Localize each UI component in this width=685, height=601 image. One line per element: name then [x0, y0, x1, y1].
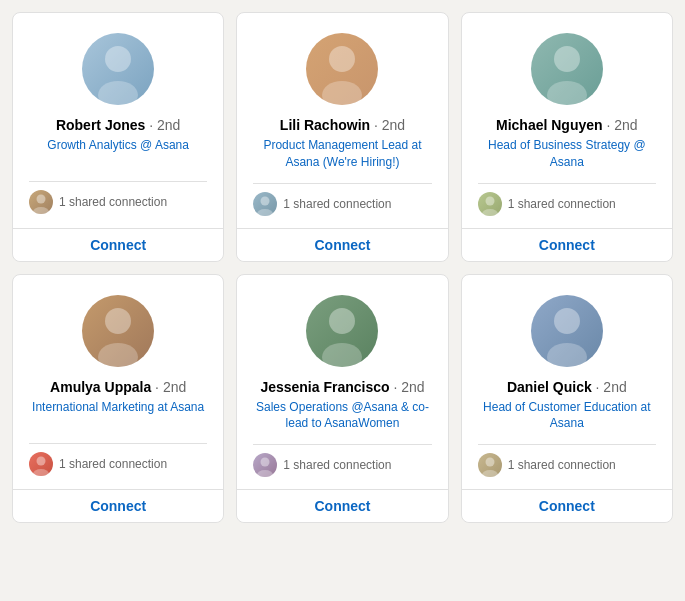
svg-point-15 — [33, 469, 49, 476]
shared-connection-text: 1 shared connection — [283, 458, 391, 472]
svg-point-2 — [37, 195, 46, 204]
shared-connection-text: 1 shared connection — [59, 195, 167, 209]
card-lili-rachowin: Lili Rachowin · 2nd Product Management L… — [236, 12, 448, 262]
svg-point-3 — [33, 207, 49, 214]
svg-point-16 — [329, 308, 355, 334]
degree-badge: · 2nd — [393, 379, 424, 395]
shared-avatar-svg — [478, 453, 502, 477]
person-name: Jessenia Francisco · 2nd — [260, 379, 424, 395]
svg-point-17 — [322, 343, 362, 367]
svg-point-21 — [547, 343, 587, 367]
avatar-svg — [531, 33, 603, 105]
card-jessenia-francisco: Jessenia Francisco · 2nd Sales Operation… — [236, 274, 448, 524]
degree-badge: · 2nd — [596, 379, 627, 395]
person-title: Head of Customer Education at Asana — [478, 399, 656, 433]
avatar-svg — [82, 295, 154, 367]
avatar — [306, 295, 378, 367]
shared-avatar — [253, 192, 277, 216]
shared-connection: 1 shared connection — [29, 181, 207, 214]
svg-point-10 — [485, 196, 494, 205]
shared-avatar-svg — [253, 453, 277, 477]
person-title: Head of Business Strategy @ Asana — [478, 137, 656, 171]
avatar-svg — [82, 33, 154, 105]
svg-point-4 — [329, 46, 355, 72]
svg-point-8 — [554, 46, 580, 72]
svg-point-14 — [37, 456, 46, 465]
degree-badge: · 2nd — [374, 117, 405, 133]
svg-point-6 — [261, 196, 270, 205]
svg-point-18 — [261, 458, 270, 467]
degree-badge: · 2nd — [155, 379, 186, 395]
shared-connection-text: 1 shared connection — [508, 197, 616, 211]
card-michael-nguyen: Michael Nguyen · 2nd Head of Business St… — [461, 12, 673, 262]
shared-avatar-svg — [478, 192, 502, 216]
shared-avatar — [478, 453, 502, 477]
shared-avatar — [478, 192, 502, 216]
shared-connection: 1 shared connection — [29, 443, 207, 476]
person-title: Growth Analytics @ Asana — [47, 137, 189, 169]
shared-avatar — [29, 190, 53, 214]
connect-button[interactable]: Connect — [13, 489, 223, 522]
svg-point-9 — [547, 81, 587, 105]
person-name: Robert Jones · 2nd — [56, 117, 181, 133]
avatar — [82, 295, 154, 367]
avatar-svg — [531, 295, 603, 367]
svg-point-1 — [98, 81, 138, 105]
person-name: Michael Nguyen · 2nd — [496, 117, 638, 133]
shared-avatar — [253, 453, 277, 477]
degree-badge: · 2nd — [606, 117, 637, 133]
shared-avatar-svg — [253, 192, 277, 216]
shared-avatar-svg — [29, 452, 53, 476]
svg-point-7 — [257, 209, 273, 216]
connect-button[interactable]: Connect — [237, 489, 447, 522]
svg-point-5 — [322, 81, 362, 105]
svg-point-13 — [98, 343, 138, 367]
person-name: Amulya Uppala · 2nd — [50, 379, 186, 395]
svg-point-22 — [485, 458, 494, 467]
connect-button[interactable]: Connect — [462, 228, 672, 261]
svg-point-20 — [554, 308, 580, 334]
connect-button[interactable]: Connect — [237, 228, 447, 261]
shared-connection: 1 shared connection — [253, 444, 431, 477]
avatar — [531, 33, 603, 105]
degree-badge: · 2nd — [149, 117, 180, 133]
shared-connection-text: 1 shared connection — [283, 197, 391, 211]
avatar — [306, 33, 378, 105]
svg-point-19 — [257, 470, 273, 477]
person-title: Sales Operations @Asana & co-lead to Asa… — [253, 399, 431, 433]
shared-connection-text: 1 shared connection — [59, 457, 167, 471]
shared-connection: 1 shared connection — [478, 183, 656, 216]
avatar-svg — [306, 33, 378, 105]
shared-avatar-svg — [29, 190, 53, 214]
avatar-svg — [306, 295, 378, 367]
shared-avatar — [29, 452, 53, 476]
connect-button[interactable]: Connect — [462, 489, 672, 522]
shared-connection: 1 shared connection — [478, 444, 656, 477]
person-name: Daniel Quick · 2nd — [507, 379, 627, 395]
avatar — [82, 33, 154, 105]
connect-button[interactable]: Connect — [13, 228, 223, 261]
svg-point-23 — [482, 470, 498, 477]
svg-point-11 — [482, 209, 498, 216]
shared-connection-text: 1 shared connection — [508, 458, 616, 472]
avatar — [531, 295, 603, 367]
people-grid: Robert Jones · 2nd Growth Analytics @ As… — [12, 12, 673, 523]
shared-connection: 1 shared connection — [253, 183, 431, 216]
person-name: Lili Rachowin · 2nd — [280, 117, 405, 133]
person-title: International Marketing at Asana — [32, 399, 204, 431]
person-title: Product Management Lead at Asana (We're … — [253, 137, 431, 171]
svg-point-12 — [105, 308, 131, 334]
svg-point-0 — [105, 46, 131, 72]
card-amulya-uppala: Amulya Uppala · 2nd International Market… — [12, 274, 224, 524]
card-daniel-quick: Daniel Quick · 2nd Head of Customer Educ… — [461, 274, 673, 524]
card-robert-jones: Robert Jones · 2nd Growth Analytics @ As… — [12, 12, 224, 262]
